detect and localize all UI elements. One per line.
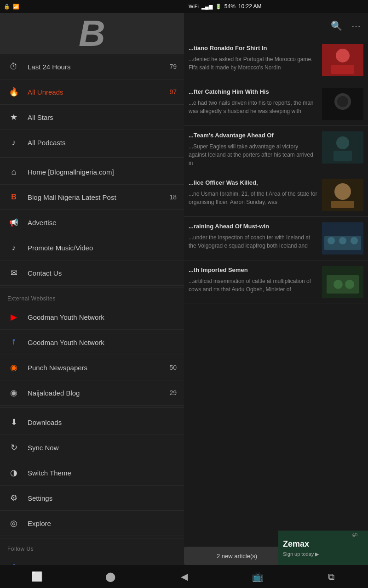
sidebar-label-advertise: Advertise	[28, 219, 177, 226]
youtube-icon	[7, 311, 20, 323]
sidebar-label-last24: Last 24 Hours	[28, 63, 158, 71]
svg-point-14	[328, 237, 335, 244]
news-item-5[interactable]: ...raining Ahead Of Must-win ...under th…	[184, 217, 368, 260]
sidebar-section-utility: Downloads Sync Now Switch Theme Settings…	[0, 410, 184, 536]
svg-rect-11	[331, 201, 354, 208]
news-title-5: ...raining Ahead Of Must-win	[189, 222, 317, 231]
news-text-3: ...Team's Advantage Ahead Of ...Super Ea…	[189, 131, 317, 167]
news-excerpt-4: ...ne Usman Ibrahim, 21, of the t Area o…	[189, 190, 317, 206]
clock-icon	[7, 60, 20, 73]
svg-rect-2	[331, 65, 354, 74]
search-icon[interactable]: 🔍	[331, 20, 342, 31]
bottom-nav: ⬜ ⬤ ◀ 📺 ⧉	[0, 565, 368, 588]
sidebar-item-downloads[interactable]: Downloads	[0, 410, 184, 435]
lock-icon: 🔒	[4, 4, 10, 10]
clock: 10:22 AM	[238, 3, 262, 10]
sidebar-label-allunreads: All Unreads	[28, 88, 158, 96]
sidebar-item-advertise[interactable]: 📢 Advertise	[0, 210, 184, 235]
news-thumb-5	[322, 222, 363, 254]
news-excerpt-5: ...under the inspection of coach ter wit…	[189, 233, 317, 250]
sidebar-label-contactus: Contact Us	[28, 269, 177, 277]
news-text-5: ...raining Ahead Of Must-win ...under th…	[189, 222, 317, 250]
sidebar-item-contactus[interactable]: Contact Us	[0, 260, 184, 286]
news-excerpt-3: ...Super Eagles will take advantage al v…	[189, 142, 317, 167]
sidebar: B Last 24 Hours 79 All Unreads 97 All St…	[0, 13, 184, 588]
wifi-icon: WiFi	[189, 4, 199, 9]
news-title-6: ...th Imported Semen	[189, 266, 317, 274]
sidebar-item-settings[interactable]: Settings	[0, 486, 184, 511]
sidebar-label-switchtheme: Switch Theme	[28, 469, 177, 477]
bottom-nav-circle[interactable]: ⬤	[99, 565, 122, 588]
news-item-3[interactable]: ...Team's Advantage Ahead Of ...Super Ea…	[184, 126, 368, 173]
bottom-nav-square[interactable]: ⬜	[25, 565, 48, 588]
svg-point-5	[337, 96, 348, 107]
news-item-2[interactable]: ...fter Catching Him With His ...e had t…	[184, 82, 368, 126]
advertise-icon: 📢	[7, 216, 20, 229]
ad-banner[interactable]: Zemax Sign up today ▶ ✕ AD	[278, 531, 368, 565]
svg-point-20	[345, 280, 354, 289]
sidebar-item-blogmall[interactable]: B Blog Mall Nigeria Latest Post 18	[0, 185, 184, 210]
news-text-4: ...lice Officer Was Killed, ...ne Usman …	[189, 179, 317, 206]
news-item-6[interactable]: ...th Imported Semen ...artificial insem…	[184, 260, 368, 304]
sidebar-item-allunreads[interactable]: All Unreads 97	[0, 79, 184, 105]
sidebar-label-goodmanyt: Goodman Youth Network	[28, 313, 177, 321]
news-item-1[interactable]: ...tiano Ronaldo For Shirt In ...denied …	[184, 39, 368, 82]
sidebar-label-goodmanfb: Goodman Youth Network	[28, 339, 177, 346]
star-icon	[7, 111, 20, 124]
sidebar-badge-naijaloaded: 29	[166, 389, 177, 396]
sidebar-item-allpodcasts[interactable]: All Podcasts	[0, 130, 184, 155]
mail-icon	[7, 266, 20, 279]
news-excerpt-6: ...artificial insemination of cattle at …	[189, 277, 317, 294]
section-header-followus: Follow Us	[0, 540, 184, 555]
notification-text: 2 new article(s)	[217, 553, 257, 560]
sidebar-item-last24[interactable]: Last 24 Hours 79	[0, 54, 184, 79]
promotemusic-icon	[7, 241, 20, 254]
bottom-nav-tv[interactable]: 📺	[246, 565, 269, 588]
svg-text:Zemax: Zemax	[283, 539, 309, 548]
sidebar-label-explore: Explore	[28, 520, 177, 527]
news-thumb-2	[322, 88, 363, 120]
sidebar-item-explore[interactable]: Explore	[0, 511, 184, 536]
rss2-icon	[7, 386, 20, 399]
gear-icon	[7, 492, 20, 504]
sidebar-item-home[interactable]: Home [Blogmallnigeria.com]	[0, 159, 184, 185]
status-bar: 🔒 📶 WiFi ▂▄▆ 🔋 54% 10:22 AM	[0, 0, 368, 13]
news-text-2: ...fter Catching Him With His ...e had t…	[189, 88, 317, 115]
news-text-1: ...tiano Ronaldo For Shirt In ...denied …	[189, 44, 317, 72]
sidebar-item-goodmanyt[interactable]: Goodman Youth Network	[0, 305, 184, 330]
sidebar-item-promotemusic[interactable]: Promote Music/Video	[0, 235, 184, 260]
news-item-4[interactable]: ...lice Officer Was Killed, ...ne Usman …	[184, 173, 368, 217]
news-title-3: ...Team's Advantage Ahead Of	[189, 131, 317, 140]
status-right: WiFi ▂▄▆ 🔋 54% 10:22 AM	[189, 3, 262, 10]
sidebar-item-syncnow[interactable]: Sync Now	[0, 435, 184, 460]
sidebar-section-external: Goodman Youth Network Goodman Youth Netw…	[0, 305, 184, 406]
sidebar-label-settings: Settings	[28, 494, 177, 502]
sidebar-label-promotemusic: Promote Music/Video	[28, 244, 177, 252]
blogmall-icon: B	[7, 191, 20, 204]
news-thumb-1	[322, 44, 363, 76]
news-title-4: ...lice Officer Was Killed,	[189, 179, 317, 187]
news-title-1: ...tiano Ronaldo For Shirt In	[189, 44, 317, 52]
sidebar-item-naijaloaded[interactable]: Naijaloaded Blog 29	[0, 380, 184, 406]
sidebar-item-punchnews[interactable]: Punch Newspapers 50	[0, 355, 184, 380]
news-excerpt-2: ...e had two nails driven into his to re…	[189, 99, 317, 115]
sim-icon: 📶	[13, 4, 19, 10]
notification-bar[interactable]: 2 new article(s)	[184, 547, 290, 565]
sidebar-label-downloads: Downloads	[28, 418, 177, 426]
divider-2	[0, 288, 184, 288]
more-icon[interactable]: ⋯	[351, 20, 361, 31]
sidebar-badge-blogmall: 18	[166, 193, 177, 201]
sidebar-label-allstars: All Stars	[28, 113, 158, 121]
bottom-nav-layers[interactable]: ⧉	[320, 565, 343, 588]
download-icon	[7, 416, 20, 429]
sidebar-item-switchtheme[interactable]: Switch Theme	[0, 460, 184, 486]
svg-point-10	[334, 183, 351, 200]
sidebar-label-home: Home [Blogmallnigeria.com]	[28, 168, 177, 176]
divider-3	[0, 407, 184, 408]
sidebar-item-goodmanfb[interactable]: Goodman Youth Network	[0, 330, 184, 355]
bottom-nav-triangle[interactable]: ◀	[172, 565, 196, 588]
main-content: ...tiano Ronaldo For Shirt In ...denied …	[184, 39, 368, 588]
news-text-6: ...th Imported Semen ...artificial insem…	[189, 266, 317, 294]
fire-icon	[7, 85, 20, 98]
sidebar-item-allstars[interactable]: All Stars	[0, 105, 184, 130]
